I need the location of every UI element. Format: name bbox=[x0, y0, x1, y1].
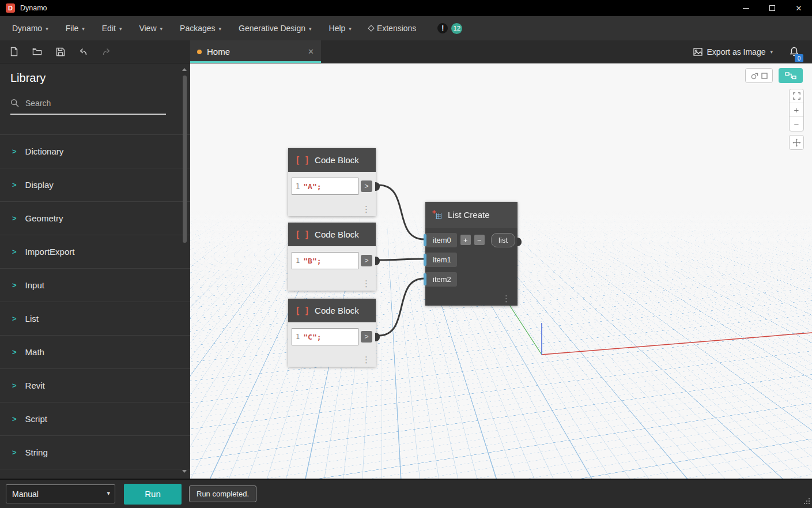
alerts-area: ! 12 bbox=[437, 23, 462, 34]
output-port[interactable]: > bbox=[361, 180, 372, 192]
wire-a-to-item0[interactable] bbox=[379, 185, 424, 239]
list-create-icon bbox=[432, 210, 442, 220]
sidebar-item-math[interactable]: >Math bbox=[0, 336, 190, 369]
export-as-image-button[interactable]: Export as Image ▾ bbox=[693, 47, 773, 57]
run-button[interactable]: Run bbox=[124, 484, 182, 505]
redo-button[interactable] bbox=[101, 47, 111, 57]
sidebar-item-display[interactable]: >Display bbox=[0, 168, 190, 202]
run-mode-select-wrap: Manual ▾ bbox=[6, 484, 115, 503]
sidebar-scrollbar[interactable] bbox=[181, 68, 188, 473]
search-input[interactable] bbox=[25, 99, 166, 108]
sidebar-item-geometry[interactable]: >Geometry bbox=[0, 202, 190, 235]
code-input[interactable]: 1 "B"; bbox=[292, 252, 358, 269]
chevron-down-icon: ▾ bbox=[309, 26, 312, 32]
graph-view-button[interactable] bbox=[779, 68, 803, 83]
pan-button[interactable] bbox=[789, 135, 804, 150]
x-axis bbox=[542, 333, 812, 355]
node-body: item0 + − list item1 item2 ⋮ bbox=[425, 228, 518, 306]
sidebar-item-input[interactable]: >Input bbox=[0, 269, 190, 302]
input-port-item1[interactable]: item1 bbox=[425, 253, 457, 267]
menu-file[interactable]: File▾ bbox=[57, 16, 93, 40]
tab-label: Home bbox=[207, 47, 230, 57]
sidebar-item-list[interactable]: >List bbox=[0, 302, 190, 336]
node-options-icon[interactable]: ⋮ bbox=[362, 355, 371, 365]
new-file-button[interactable] bbox=[9, 47, 19, 57]
node-header[interactable]: List Create bbox=[425, 202, 518, 228]
unsaved-indicator-dot bbox=[197, 50, 202, 54]
node-header[interactable]: [ ] Code Block bbox=[288, 299, 376, 322]
code-block-node-b[interactable]: [ ] Code Block 1 "B"; > ⋮ bbox=[288, 223, 376, 291]
undo-icon bbox=[78, 47, 88, 56]
code-input[interactable]: 1 "A"; bbox=[292, 178, 358, 195]
menu-view[interactable]: View▾ bbox=[130, 16, 171, 40]
maximize-button[interactable] bbox=[759, 0, 785, 16]
menu-extensions[interactable]: Extensions bbox=[360, 16, 425, 40]
scroll-up-icon[interactable] bbox=[182, 68, 187, 71]
tab-close-icon[interactable]: ✕ bbox=[308, 47, 314, 56]
shape-square-icon bbox=[761, 73, 768, 79]
notifications-button[interactable]: 0 bbox=[789, 46, 799, 57]
open-file-button[interactable] bbox=[32, 47, 42, 57]
zoom-controls: + − bbox=[789, 89, 804, 131]
zoom-fit-button[interactable] bbox=[790, 89, 803, 103]
menu-packages[interactable]: Packages▾ bbox=[171, 16, 230, 40]
sidebar-item-revit[interactable]: >Revit bbox=[0, 369, 190, 402]
output-port-list[interactable]: list bbox=[491, 233, 515, 247]
alerts-count-badge[interactable]: 12 bbox=[451, 23, 462, 34]
wire-c-to-item2[interactable] bbox=[379, 279, 424, 336]
chevron-down-icon: ▾ bbox=[46, 26, 48, 32]
input-port-item0[interactable]: item0 bbox=[425, 233, 457, 247]
notification-count-badge: 0 bbox=[795, 54, 803, 62]
add-input-button[interactable]: + bbox=[460, 235, 471, 245]
minimize-icon bbox=[743, 8, 749, 9]
menu-generative-design[interactable]: Generative Design▾ bbox=[230, 16, 320, 40]
search-icon bbox=[10, 99, 20, 108]
minimize-button[interactable] bbox=[732, 0, 759, 16]
menu-dynamo[interactable]: Dynamo▾ bbox=[3, 16, 57, 40]
save-icon bbox=[56, 47, 65, 57]
sidebar-item-dictionary[interactable]: >Dictionary bbox=[0, 135, 190, 168]
sidebar-item-script[interactable]: >Script bbox=[0, 402, 190, 436]
sidebar-item-string[interactable]: >String bbox=[0, 436, 190, 469]
list-create-node[interactable]: List Create item0 + − list item1 item2 ⋮ bbox=[425, 202, 518, 306]
node-header[interactable]: [ ] Code Block bbox=[288, 223, 376, 246]
warning-icon[interactable]: ! bbox=[437, 23, 448, 33]
input-port-item2[interactable]: item2 bbox=[425, 272, 457, 287]
output-port[interactable]: > bbox=[361, 331, 372, 343]
save-button[interactable] bbox=[55, 47, 65, 57]
maximize-icon bbox=[769, 5, 775, 11]
zoom-in-button[interactable]: + bbox=[790, 103, 803, 117]
resize-grip[interactable] bbox=[803, 496, 810, 507]
remove-input-button[interactable]: − bbox=[474, 235, 485, 245]
node-options-icon[interactable]: ⋮ bbox=[362, 204, 371, 215]
node-graph-icon bbox=[785, 72, 796, 80]
close-button[interactable]: ✕ bbox=[785, 0, 812, 16]
menu-edit[interactable]: Edit▾ bbox=[93, 16, 131, 40]
chevron-right-icon: > bbox=[12, 180, 17, 189]
node-header[interactable]: [ ] Code Block bbox=[288, 148, 376, 172]
chevron-down-icon: ▾ bbox=[82, 26, 85, 32]
code-input[interactable]: 1 "C"; bbox=[292, 328, 358, 345]
extensions-star-icon bbox=[368, 25, 374, 31]
code-block-node-c[interactable]: [ ] Code Block 1 "C"; > ⋮ bbox=[288, 299, 376, 367]
code-block-icon: [ ] bbox=[295, 229, 309, 240]
wire-b-to-item1[interactable] bbox=[379, 259, 424, 260]
scroll-down-icon[interactable] bbox=[182, 470, 187, 473]
output-port[interactable]: > bbox=[361, 255, 372, 266]
code-block-node-a[interactable]: [ ] Code Block 1 "A"; > ⋮ bbox=[288, 148, 376, 216]
geometry-view-button[interactable] bbox=[745, 68, 773, 83]
window-controls: ✕ bbox=[732, 0, 812, 16]
menu-help[interactable]: Help▾ bbox=[320, 16, 360, 40]
sidebar-item-importexport[interactable]: >ImportExport bbox=[0, 235, 190, 269]
tab-home[interactable]: Home ✕ bbox=[190, 40, 321, 63]
library-panel: Library >Dictionary >Display >Geometry >… bbox=[0, 63, 190, 479]
node-options-icon[interactable]: ⋮ bbox=[362, 279, 371, 289]
run-mode-select[interactable]: Manual bbox=[6, 484, 115, 503]
zoom-out-button[interactable]: − bbox=[790, 117, 803, 131]
node-options-icon[interactable]: ⋮ bbox=[502, 293, 511, 304]
file-actions bbox=[0, 40, 190, 63]
chevron-right-icon: > bbox=[12, 415, 17, 423]
workspace-canvas[interactable]: [ ] Code Block 1 "A"; > ⋮ [ ] Code Block bbox=[190, 63, 812, 479]
scrollbar-thumb[interactable] bbox=[183, 76, 187, 243]
undo-button[interactable] bbox=[78, 47, 88, 57]
